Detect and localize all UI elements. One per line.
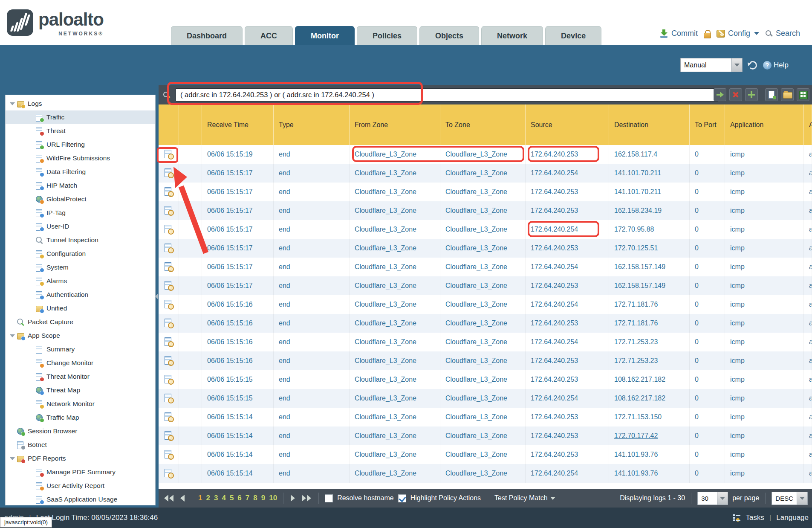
next-page-button[interactable] bbox=[289, 495, 296, 502]
log-detail-cell[interactable] bbox=[159, 408, 179, 426]
prev-page-button[interactable] bbox=[179, 495, 186, 502]
log-detail-cell[interactable] bbox=[159, 258, 179, 276]
page-number-2[interactable]: 2 bbox=[206, 494, 210, 502]
sort-order-dropdown-button[interactable] bbox=[797, 492, 808, 505]
log-detail-magnifier-icon[interactable] bbox=[164, 281, 173, 290]
column-header-source[interactable]: Source bbox=[526, 104, 609, 145]
lock-icon[interactable] bbox=[704, 30, 711, 38]
sidebar-collapse-icon[interactable] bbox=[155, 293, 158, 299]
log-detail-magnifier-icon[interactable] bbox=[164, 375, 173, 384]
sidebar-item-globalprotect[interactable]: GlobalProtect bbox=[6, 192, 155, 206]
log-detail-magnifier-icon[interactable] bbox=[164, 394, 173, 403]
destination-link[interactable]: 172.70.177.42 bbox=[614, 432, 658, 439]
clear-filter-icon[interactable] bbox=[729, 88, 742, 101]
log-detail-magnifier-icon[interactable] bbox=[164, 431, 173, 441]
per-page-dropdown-button[interactable] bbox=[717, 492, 728, 505]
tab-monitor[interactable]: Monitor bbox=[295, 26, 355, 45]
tree-expander-icon[interactable] bbox=[9, 455, 16, 462]
tab-policies[interactable]: Policies bbox=[357, 26, 417, 45]
log-detail-cell[interactable] bbox=[159, 333, 179, 351]
refresh-mode-dropdown-button[interactable] bbox=[731, 58, 743, 72]
tab-acc[interactable]: ACC bbox=[245, 26, 293, 45]
add-filter-icon[interactable] bbox=[745, 88, 758, 101]
sidebar-item-system[interactable]: System bbox=[6, 261, 155, 274]
sidebar-item-ip-tag[interactable]: IP-Tag bbox=[6, 206, 155, 220]
search-button[interactable]: Search bbox=[765, 29, 800, 38]
log-detail-magnifier-icon[interactable] bbox=[164, 300, 173, 309]
column-header-from-zone[interactable]: From Zone bbox=[350, 104, 440, 145]
sidebar-item-user-id[interactable]: User-ID bbox=[6, 220, 155, 233]
sidebar-item-hip-match[interactable]: HIP Match bbox=[6, 179, 155, 192]
sidebar-item-traffic-map[interactable]: Traffic Map bbox=[6, 411, 155, 424]
sidebar-item-change-monitor[interactable]: Change Monitor bbox=[6, 356, 155, 370]
apply-filter-icon[interactable] bbox=[714, 88, 726, 101]
refresh-mode-dropdown[interactable]: Manual bbox=[680, 58, 743, 72]
column-header-type[interactable]: Type bbox=[274, 104, 350, 145]
column-header-receive-time[interactable]: Receive Time bbox=[202, 104, 274, 145]
page-number-4[interactable]: 4 bbox=[222, 494, 225, 502]
commit-button[interactable]: Commit bbox=[660, 29, 698, 38]
log-detail-cell[interactable] bbox=[159, 445, 179, 464]
help-button[interactable]: ? Help bbox=[763, 61, 789, 70]
log-detail-magnifier-icon[interactable] bbox=[164, 450, 173, 459]
log-detail-magnifier-icon[interactable] bbox=[164, 337, 173, 347]
sidebar-item-app-scope[interactable]: App Scope bbox=[6, 329, 155, 342]
log-detail-magnifier-icon[interactable] bbox=[164, 206, 173, 215]
save-filter-icon[interactable] bbox=[765, 88, 778, 101]
column-header-destination[interactable]: Destination bbox=[609, 104, 690, 145]
sidebar-item-logs[interactable]: Logs bbox=[6, 97, 155, 110]
sidebar-item-packet-capture[interactable]: Packet Capture bbox=[6, 315, 155, 329]
last-page-button[interactable] bbox=[301, 495, 312, 502]
column-header-action[interactable]: Action bbox=[804, 104, 812, 145]
sidebar-item-data-filtering[interactable]: Data Filtering bbox=[6, 165, 155, 179]
page-number-5[interactable]: 5 bbox=[230, 494, 234, 502]
log-detail-cell[interactable] bbox=[159, 370, 179, 389]
sidebar-item-threat-monitor[interactable]: Threat Monitor bbox=[6, 370, 155, 383]
filter-query-input[interactable]: ( addr.src in 172.64.240.253 ) or ( addr… bbox=[176, 88, 718, 102]
log-detail-cell[interactable] bbox=[159, 389, 179, 408]
tasks-button[interactable]: Tasks bbox=[746, 513, 764, 522]
sidebar-item-session-browser[interactable]: Session Browser bbox=[6, 424, 155, 438]
log-detail-cell[interactable] bbox=[159, 464, 179, 483]
load-filter-icon[interactable] bbox=[781, 88, 794, 101]
page-number-9[interactable]: 9 bbox=[261, 494, 265, 502]
page-number-8[interactable]: 8 bbox=[253, 494, 257, 502]
sidebar-item-user-activity-report[interactable]: User Activity Report bbox=[6, 479, 155, 493]
page-number-3[interactable]: 3 bbox=[214, 494, 218, 502]
log-detail-magnifier-icon[interactable] bbox=[164, 319, 173, 328]
sidebar-item-network-monitor[interactable]: Network Monitor bbox=[6, 397, 155, 411]
resolve-hostname-checkbox[interactable] bbox=[325, 494, 333, 502]
sidebar-item-traffic[interactable]: Traffic bbox=[6, 110, 155, 124]
tree-expander-icon[interactable] bbox=[9, 100, 16, 107]
page-number-10[interactable]: 10 bbox=[269, 494, 277, 502]
page-number-1[interactable]: 1 bbox=[198, 494, 202, 502]
column-header-to-zone[interactable]: To Zone bbox=[440, 104, 526, 145]
tree-expander-icon[interactable] bbox=[9, 332, 16, 339]
log-detail-cell[interactable] bbox=[159, 183, 179, 201]
log-detail-cell[interactable] bbox=[159, 351, 179, 370]
sidebar-item-saas-application-usage[interactable]: SaaS Application Usage bbox=[6, 493, 155, 505]
log-detail-cell[interactable] bbox=[159, 295, 179, 314]
sidebar-item-threat[interactable]: Threat bbox=[6, 124, 155, 138]
first-page-button[interactable] bbox=[163, 495, 175, 502]
sidebar-item-threat-map[interactable]: Threat Map bbox=[6, 383, 155, 397]
sort-order-dropdown[interactable]: DESC bbox=[772, 492, 808, 505]
test-policy-match-button[interactable]: Test Policy Match bbox=[493, 494, 556, 502]
page-number-6[interactable]: 6 bbox=[237, 494, 241, 502]
highlight-policy-actions-checkbox[interactable] bbox=[398, 494, 406, 502]
log-detail-cell[interactable] bbox=[159, 314, 179, 333]
page-number-7[interactable]: 7 bbox=[246, 494, 249, 502]
per-page-dropdown[interactable]: 30 bbox=[697, 492, 728, 505]
log-detail-magnifier-icon[interactable] bbox=[164, 356, 173, 366]
log-detail-magnifier-icon[interactable] bbox=[164, 262, 173, 272]
log-detail-cell[interactable] bbox=[159, 276, 179, 295]
export-logs-icon[interactable] bbox=[797, 88, 809, 101]
tab-network[interactable]: Network bbox=[481, 26, 543, 45]
log-detail-magnifier-icon[interactable] bbox=[164, 244, 173, 253]
column-header-to-port[interactable]: To Port bbox=[690, 104, 725, 145]
sidebar-item-url-filtering[interactable]: URL Filtering bbox=[6, 138, 155, 151]
tab-objects[interactable]: Objects bbox=[419, 26, 479, 45]
log-detail-magnifier-icon[interactable] bbox=[164, 412, 173, 422]
log-detail-cell[interactable] bbox=[159, 145, 179, 164]
log-detail-magnifier-icon[interactable] bbox=[164, 168, 173, 178]
